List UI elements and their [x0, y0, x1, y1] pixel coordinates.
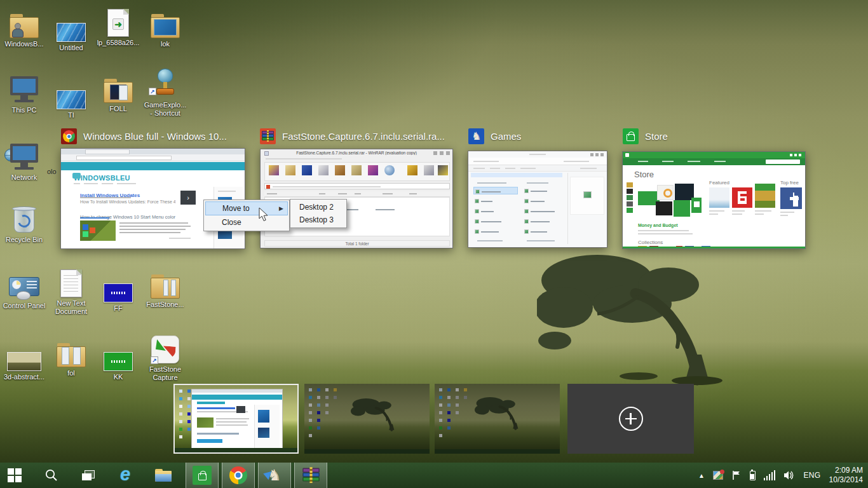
desktop-icon-ff[interactable]: FF — [95, 272, 141, 313]
toolbar-add-icon[interactable] — [269, 165, 279, 175]
toolbar-test-icon[interactable] — [302, 165, 312, 175]
clock[interactable]: 2:09 AM 10/3/2014 — [829, 466, 863, 485]
taskbar-chrome-button[interactable] — [222, 463, 255, 488]
submenu-item-desktop-3[interactable]: Desktop 3 — [292, 214, 345, 226]
game-item[interactable] — [524, 219, 550, 224]
desktop-icon-windowsb[interactable]: WindowsB... — [1, 8, 47, 48]
toolbar-delete-icon[interactable] — [335, 165, 345, 175]
desktop-icon-this-pc[interactable]: This PC — [1, 74, 47, 114]
search-button[interactable] — [37, 463, 66, 488]
game-item[interactable] — [475, 229, 499, 234]
toolbar-find-icon[interactable] — [351, 165, 362, 175]
desktop-icon-recycle-bin[interactable]: Recycle Bin — [1, 203, 47, 244]
top-free-tile-facebook[interactable] — [780, 187, 802, 209]
window-title-chrome: Windows Blue full - Windows 10... — [61, 128, 227, 144]
shortcut-file-icon: ➜ — [107, 6, 129, 37]
winrar-icon — [260, 128, 276, 144]
game-item[interactable] — [524, 208, 555, 214]
task-view-screen: WindowsB... Untitled ➜ lp_6588a26... lok… — [0, 0, 868, 488]
game-item[interactable] — [475, 208, 494, 214]
winrar-address-bar[interactable] — [264, 183, 450, 189]
virtual-desktop-1-thumbnail[interactable] — [173, 384, 299, 454]
start-button[interactable] — [0, 463, 29, 488]
toolbar-wizard-icon[interactable] — [368, 165, 378, 175]
chrome-icon — [61, 128, 77, 144]
volume-icon[interactable] — [783, 470, 795, 480]
toolbar-view-icon[interactable] — [318, 165, 329, 175]
desktop-icon-control-panel[interactable]: Control Panel — [1, 269, 47, 310]
virtual-desktop-3-thumbnail[interactable] — [435, 384, 560, 454]
game-item[interactable] — [527, 180, 548, 186]
desktop-icon-new-text-document[interactable]: New Text Document — [48, 267, 94, 316]
add-desktop-button[interactable] — [567, 384, 694, 454]
desktop-icon-network[interactable]: Network — [1, 141, 47, 182]
game-item[interactable] — [475, 198, 492, 204]
window-thumbnail-games[interactable] — [468, 151, 607, 248]
game-item[interactable] — [475, 219, 501, 224]
desktop-icon-lok[interactable]: lok — [142, 8, 188, 48]
partially-hidden-icon-label[interactable]: olo — [47, 168, 60, 175]
desktop-icon-fol[interactable]: fol — [48, 337, 94, 377]
game-item[interactable] — [477, 238, 503, 243]
submenu-item-desktop-2[interactable]: Desktop 2 — [292, 201, 345, 214]
menu-item-label: Close — [222, 218, 241, 227]
window-thumbnail-winrar[interactable]: FastStone.Capture.6.7.inclu.serial.rar -… — [260, 149, 453, 248]
browser-address-bar — [76, 156, 172, 160]
window-thumbnail-chrome[interactable]: WINDOWSBLEU Install Windows Updates How … — [60, 148, 245, 249]
desktop-icon-kk[interactable]: KK — [95, 341, 141, 381]
featured-tile-3[interactable] — [755, 184, 775, 208]
game-item-selected[interactable] — [473, 187, 518, 194]
toolbar-virusscan-icon[interactable] — [407, 165, 417, 175]
toolbar-sfx-icon[interactable] — [438, 165, 448, 175]
task-view-icon — [82, 470, 95, 480]
game-item[interactable] — [527, 238, 555, 243]
battery-icon[interactable] — [750, 471, 756, 480]
file-explorer-button[interactable] — [149, 463, 178, 488]
taskbar-games-button[interactable]: ♞ — [258, 463, 291, 488]
action-center-flag-icon[interactable] — [731, 470, 742, 480]
store-search-box[interactable] — [766, 159, 800, 164]
show-hidden-icons-chevron[interactable]: ▲ — [698, 472, 705, 479]
toolbar-extract-icon[interactable] — [285, 165, 295, 175]
winrar-icon — [302, 468, 320, 483]
desktop-icon-3d-abstract[interactable]: 3d-abstract... — [1, 341, 47, 381]
desktop-icon-ti[interactable]: TI — [48, 79, 94, 119]
window-controls[interactable] — [590, 153, 604, 156]
task-view-button[interactable] — [74, 463, 103, 488]
taskbar-winrar-button[interactable] — [294, 463, 327, 488]
network-signal-icon[interactable] — [764, 470, 776, 480]
game-item[interactable] — [524, 188, 547, 194]
menu-item-close[interactable]: Close — [205, 215, 288, 229]
featured-tile-1[interactable] — [709, 187, 729, 208]
icon-label: lp_6588a26... — [97, 39, 140, 47]
image-file-icon — [57, 79, 86, 109]
share-next-button[interactable]: › — [180, 191, 196, 205]
toolbar-comment-icon[interactable] — [424, 165, 434, 175]
game-item[interactable] — [477, 180, 506, 186]
taskbar-store-button[interactable] — [186, 463, 219, 488]
game-item[interactable] — [524, 229, 547, 234]
desktop-icon-faststone-folder[interactable]: FastStone... — [142, 268, 188, 309]
winrar-status-bar: Total 1 folder — [264, 240, 450, 247]
store-promo-collage[interactable] — [638, 184, 702, 220]
desktop-icon-gameexplorer-shortcut[interactable]: ↗ GameExplo... - Shortcut — [142, 69, 188, 118]
window-thumbnail-store[interactable]: Store Money and Budget Featured — [622, 151, 806, 249]
game-item[interactable] — [524, 198, 545, 204]
folder-icon — [57, 337, 86, 367]
desktop-icon-foll[interactable]: FOLL — [95, 72, 141, 113]
internet-explorer-button[interactable]: e — [111, 463, 140, 488]
virtual-desktop-2-thumbnail[interactable] — [304, 384, 430, 454]
window-controls[interactable] — [433, 151, 450, 155]
toolbar-info-icon[interactable] — [384, 165, 395, 175]
icon-label: 3d-abstract... — [4, 373, 44, 381]
mini-desktop-icons — [179, 390, 182, 393]
article-heading-2[interactable]: How To Customize The Lock Screen in Wind… — [80, 244, 205, 249]
menu-item-move-to[interactable]: Move to ▶ — [205, 201, 288, 215]
desktop-icon-faststone-capture[interactable]: ↗ FastStone Capture — [142, 333, 188, 382]
article-heading[interactable]: How to change Windows 10 Start Menu colo… — [80, 210, 175, 221]
photo-app-tray-icon[interactable] — [713, 471, 723, 480]
desktop-icon-untitled[interactable]: Untitled — [48, 11, 94, 52]
featured-tile-2[interactable] — [732, 187, 752, 208]
desktop-icon-lp-file[interactable]: ➜ lp_6588a26... — [95, 6, 141, 47]
language-indicator[interactable]: ENG — [803, 471, 820, 480]
